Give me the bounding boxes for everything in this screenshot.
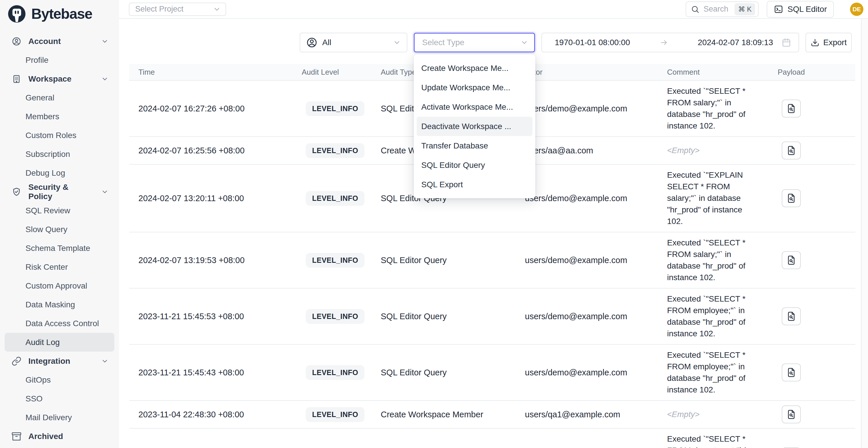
cell-comment: Executed `"SELECT * FROM department;"` i…: [667, 433, 778, 448]
sidebar-section-label: Integration: [28, 357, 70, 366]
audit-level-badge: LEVEL_INFO: [306, 191, 365, 206]
cell-actor: users/qa1@example.com: [525, 410, 667, 419]
sidebar-item-members[interactable]: Members: [5, 107, 114, 126]
table-row: 2023-11-21 15:45:53 +08:00LEVEL_INFOSQL …: [129, 289, 855, 345]
calendar-icon: [781, 37, 792, 48]
sidebar-item-sql-review[interactable]: SQL Review: [5, 201, 114, 220]
column-header-actor: Actor: [525, 68, 667, 77]
sidebar-item-general[interactable]: General: [5, 88, 114, 107]
cell-audit-level: LEVEL_INFO: [302, 101, 381, 116]
cell-actor: users/demo@example.com: [525, 368, 667, 377]
cell-payload: [778, 307, 855, 325]
sql-editor-button[interactable]: SQL Editor: [767, 1, 834, 18]
sidebar-item-data-masking[interactable]: Data Masking: [5, 295, 114, 314]
cell-time: 2023-11-04 22:48:30 +08:00: [129, 410, 302, 419]
project-select-label: Select Project: [135, 5, 184, 13]
payload-view-button[interactable]: [782, 141, 801, 159]
user-avatar[interactable]: DE: [850, 3, 863, 16]
search-input[interactable]: Search ⌘ K: [686, 1, 758, 17]
sidebar-item-subscription[interactable]: Subscription: [5, 145, 114, 163]
cell-audit-level: LEVEL_INFO: [302, 253, 381, 268]
cell-audit-level: LEVEL_INFO: [302, 143, 381, 158]
date-range-picker[interactable]: 1970-01-01 08:00:00 2024-02-07 18:09:13: [541, 33, 799, 53]
cell-payload: [778, 141, 855, 159]
cell-comment: Executed `"SELECT * FROM salary;"` in da…: [667, 85, 778, 132]
bytebase-app: Bytebase AccountProfileWorkspaceGeneralM…: [0, 0, 868, 448]
cell-comment: <Empty>: [667, 409, 778, 420]
sidebar-item-risk-center[interactable]: Risk Center: [5, 258, 114, 277]
payload-view-button[interactable]: [782, 406, 801, 423]
brand-name: Bytebase: [31, 5, 92, 22]
file-search-icon: [786, 311, 796, 321]
sidebar-item-profile[interactable]: Profile: [5, 51, 114, 69]
cell-actor: users/demo@example.com: [525, 194, 667, 203]
topbar: Select Project Search ⌘ K SQL Editor DE: [119, 0, 868, 19]
sql-editor-label: SQL Editor: [787, 5, 827, 14]
sidebar-section-workspace[interactable]: Workspace: [5, 69, 114, 88]
search-placeholder: Search: [704, 5, 731, 13]
dropdown-option-activate-workspace-me[interactable]: Activate Workspace Me...: [414, 97, 535, 117]
arrow-right-icon: [630, 38, 698, 47]
sidebar-section-security-policy[interactable]: Security & Policy: [5, 182, 114, 201]
sidebar: Bytebase AccountProfileWorkspaceGeneralM…: [0, 0, 119, 448]
chevron-down-icon: [101, 357, 108, 365]
sidebar-section-integration[interactable]: Integration: [5, 352, 114, 371]
dropdown-option-sql-export[interactable]: SQL Export: [414, 175, 535, 194]
cell-comment: Executed `"SELECT * FROM employee;"` in …: [667, 349, 778, 395]
column-header-time: Time: [129, 68, 302, 77]
chevron-down-icon: [393, 38, 401, 46]
cell-comment: Executed `"EXPLAIN SELECT * FROM salary;…: [667, 169, 778, 227]
audit-level-badge: LEVEL_INFO: [306, 407, 365, 422]
empty-comment: <Empty>: [667, 146, 700, 155]
dropdown-option-deactivate-workspace[interactable]: Deactivate Workspace ...: [416, 117, 532, 136]
file-search-icon: [786, 146, 796, 155]
project-select-dropdown[interactable]: Select Project: [129, 3, 226, 16]
type-filter-select[interactable]: Select Type: [414, 33, 535, 53]
sidebar-item-data-access-control[interactable]: Data Access Control: [5, 314, 114, 333]
export-label: Export: [824, 38, 847, 47]
sidebar-item-audit-log[interactable]: Audit Log: [5, 333, 114, 352]
sidebar-nav: AccountProfileWorkspaceGeneralMembersCus…: [0, 23, 119, 446]
payload-view-button[interactable]: [782, 363, 801, 381]
user-circle-icon: [11, 36, 22, 46]
dropdown-option-create-workspace-me[interactable]: Create Workspace Me...: [414, 59, 535, 78]
sidebar-item-debug-log[interactable]: Debug Log: [5, 163, 114, 182]
payload-view-button[interactable]: [782, 189, 801, 207]
audit-level-badge: LEVEL_INFO: [306, 365, 365, 380]
actor-filter-value: All: [322, 38, 388, 47]
cell-audit-level: LEVEL_INFO: [302, 365, 381, 380]
search-shortcut-badge: ⌘ K: [735, 3, 755, 15]
export-button[interactable]: Export: [805, 33, 852, 53]
cell-actor: users/demo@example.com: [525, 104, 667, 114]
cell-audit-type: SQL Editor Query: [381, 256, 525, 265]
cell-actor: users/aa@aa.com: [525, 146, 667, 155]
actor-filter-select[interactable]: All: [300, 33, 407, 53]
sidebar-item-schema-template[interactable]: Schema Template: [5, 239, 114, 258]
payload-view-button[interactable]: [782, 100, 801, 118]
type-filter-placeholder: Select Type: [422, 38, 520, 47]
chevron-down-icon: [101, 75, 108, 83]
cell-audit-type: Create Workspace Member: [381, 410, 525, 419]
sidebar-item-gitops[interactable]: GitOps: [5, 371, 114, 389]
dropdown-option-sql-editor-query[interactable]: SQL Editor Query: [414, 155, 535, 175]
cell-actor: users/demo@example.com: [525, 256, 667, 265]
payload-view-button[interactable]: [782, 251, 801, 269]
cell-payload: [778, 406, 855, 423]
dropdown-option-transfer-database[interactable]: Transfer Database: [414, 136, 535, 155]
sidebar-item-mail-delivery[interactable]: Mail Delivery: [5, 408, 114, 427]
cell-comment: Executed `"SELECT * FROM salary;"` in da…: [667, 237, 778, 283]
dropdown-option-update-workspace-me[interactable]: Update Workspace Me...: [414, 78, 535, 97]
cell-audit-type: SQL Editor Query: [381, 368, 525, 377]
file-search-icon: [786, 193, 796, 203]
scrollbar[interactable]: [861, 19, 868, 448]
sidebar-section-archived[interactable]: Archived: [5, 427, 114, 446]
sidebar-section-account[interactable]: Account: [5, 32, 114, 51]
audit-level-badge: LEVEL_INFO: [306, 253, 365, 268]
sidebar-item-slow-query[interactable]: Slow Query: [5, 220, 114, 239]
payload-view-button[interactable]: [782, 307, 801, 325]
type-dropdown-menu: Create Workspace Me...Update Workspace M…: [414, 55, 535, 198]
sidebar-item-sso[interactable]: SSO: [5, 389, 114, 408]
sidebar-item-custom-roles[interactable]: Custom Roles: [5, 126, 114, 145]
sidebar-item-custom-approval[interactable]: Custom Approval: [5, 277, 114, 295]
cell-comment: Executed `"SELECT * FROM employee;"` in …: [667, 293, 778, 340]
